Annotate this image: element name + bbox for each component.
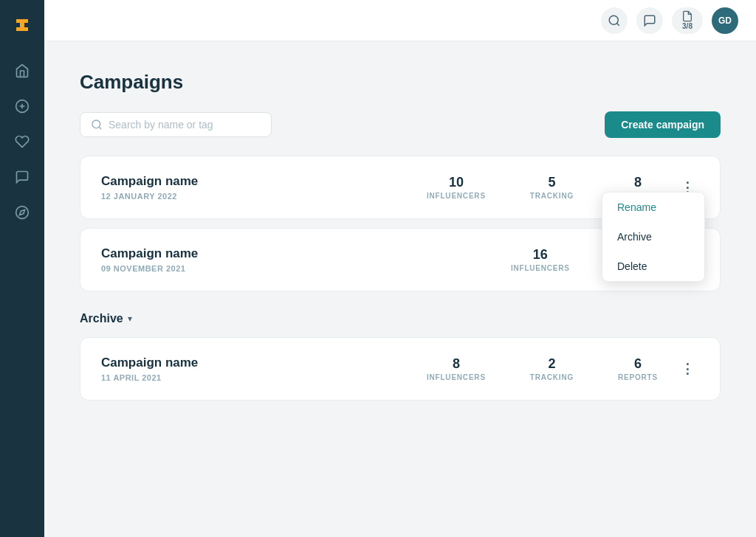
campaign-stats: 8 INFLUENCERS 2 TRACKING 6 REPORTS bbox=[427, 356, 658, 381]
campaign-info: Campaign name 12 JANUARY 2022 bbox=[101, 174, 409, 201]
main-content: 3/8 GD Campaigns Create campaign Campaig… bbox=[44, 0, 756, 537]
context-menu-delete[interactable]: Delete bbox=[602, 252, 704, 281]
campaign-name: Campaign name bbox=[101, 356, 409, 370]
svg-point-3 bbox=[16, 207, 29, 219]
context-menu: Rename Archive Delete bbox=[602, 192, 705, 282]
reports-stat: 6 REPORTS bbox=[618, 356, 658, 381]
topbar: 3/8 GD bbox=[44, 0, 756, 41]
create-campaign-button[interactable]: Create campaign bbox=[605, 111, 721, 138]
tracking-value: 2 bbox=[530, 356, 574, 372]
tracking-stat: 2 TRACKING bbox=[530, 356, 574, 381]
search-button[interactable] bbox=[601, 7, 628, 34]
search-icon bbox=[91, 119, 103, 131]
reports-count: 3/8 bbox=[682, 22, 693, 30]
tracking-label: TRACKING bbox=[530, 373, 574, 381]
svg-marker-4 bbox=[19, 209, 24, 215]
user-avatar[interactable]: GD bbox=[712, 7, 738, 34]
chat-icon bbox=[643, 14, 656, 27]
campaign-info: Campaign name 09 NOVEMBER 2021 bbox=[101, 246, 493, 273]
sidebar-item-messages[interactable] bbox=[7, 162, 37, 192]
archived-campaign-card: Campaign name 11 APRIL 2021 8 INFLUENCER… bbox=[80, 337, 721, 401]
chevron-down-icon: ▾ bbox=[128, 313, 132, 324]
search-input[interactable] bbox=[109, 119, 261, 131]
influencers-label: INFLUENCERS bbox=[427, 373, 486, 381]
campaign-card: Campaign name 12 JANUARY 2022 10 INFLUEN… bbox=[80, 156, 721, 219]
archive-title: Archive bbox=[80, 312, 123, 325]
influencers-stat: 16 INFLUENCERS bbox=[511, 247, 570, 272]
influencers-value: 16 bbox=[511, 247, 570, 263]
page-content: Campaigns Create campaign Campaign name … bbox=[44, 41, 756, 537]
archive-section-header[interactable]: Archive ▾ bbox=[80, 312, 721, 325]
more-options-button[interactable]: ⋮ bbox=[676, 357, 699, 381]
influencers-value: 10 bbox=[427, 175, 486, 190]
sidebar bbox=[0, 0, 44, 537]
reports-value: 8 bbox=[618, 175, 658, 190]
campaign-info: Campaign name 11 APRIL 2021 bbox=[101, 356, 409, 382]
reports-value: 6 bbox=[618, 356, 658, 372]
tracking-label: TRACKING bbox=[530, 192, 574, 200]
svg-line-8 bbox=[99, 127, 101, 129]
reports-label: REPORTS bbox=[618, 373, 658, 381]
influencers-stat: 8 INFLUENCERS bbox=[427, 356, 486, 381]
context-menu-archive[interactable]: Archive bbox=[602, 222, 704, 252]
chat-button[interactable] bbox=[636, 7, 663, 34]
influencers-label: INFLUENCERS bbox=[511, 264, 570, 272]
reports-icon bbox=[681, 10, 693, 22]
campaign-name: Campaign name bbox=[101, 246, 493, 261]
svg-line-6 bbox=[616, 23, 619, 25]
influencers-value: 8 bbox=[427, 356, 486, 372]
search-row: Create campaign bbox=[80, 111, 721, 138]
influencers-stat: 10 INFLUENCERS bbox=[427, 175, 486, 200]
sidebar-item-discover[interactable] bbox=[7, 198, 37, 227]
svg-point-7 bbox=[92, 120, 100, 128]
campaign-date: 12 JANUARY 2022 bbox=[101, 192, 409, 201]
svg-point-5 bbox=[609, 15, 618, 24]
page-title: Campaigns bbox=[80, 71, 721, 94]
app-logo[interactable] bbox=[9, 12, 35, 38]
reports-counter[interactable]: 3/8 bbox=[672, 7, 703, 34]
sidebar-item-home[interactable] bbox=[7, 56, 37, 86]
influencers-label: INFLUENCERS bbox=[427, 192, 486, 200]
campaign-date: 09 NOVEMBER 2021 bbox=[101, 264, 493, 273]
tracking-stat: 5 TRACKING bbox=[530, 175, 574, 200]
campaign-name: Campaign name bbox=[101, 174, 409, 189]
context-menu-rename[interactable]: Rename bbox=[602, 193, 704, 222]
tracking-value: 5 bbox=[530, 175, 574, 190]
sidebar-item-analytics[interactable] bbox=[7, 91, 37, 121]
campaign-date: 11 APRIL 2021 bbox=[101, 373, 409, 382]
sidebar-item-favorites[interactable] bbox=[7, 127, 37, 156]
search-icon bbox=[608, 14, 621, 27]
search-box[interactable] bbox=[80, 112, 272, 137]
